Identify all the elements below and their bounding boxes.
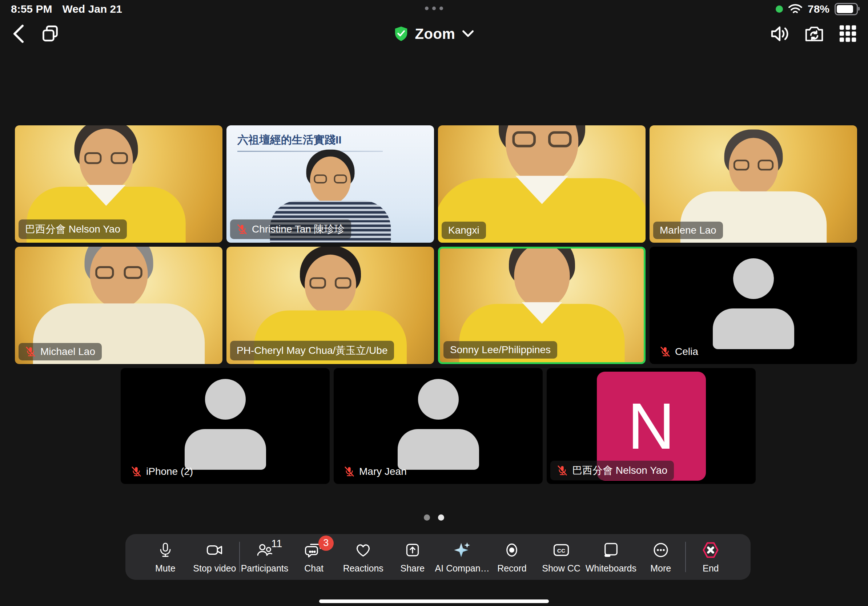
app-title: Zoom [415,26,456,42]
video-tile-christine-tan[interactable]: 六祖壇經的生活實踐II Christine Tan 陳珍珍 [226,125,434,243]
avatar-placeholder-icon [184,379,267,470]
video-tile-marlene-lao[interactable]: Marlene Lao [649,125,857,243]
participant-name-label: Marlene Lao [653,222,723,239]
apps-grid-button[interactable] [839,25,857,43]
chat-button[interactable]: 3 Chat [289,541,339,574]
closed-captions-icon: CC [552,541,571,560]
chevron-left-icon [11,24,27,44]
participant-initial: N [628,393,675,459]
end-call-label: End [703,563,719,574]
participant-name-label: PH-Cheryl May Chua/黃玉立/Ube [230,341,394,360]
audio-output-button[interactable] [770,25,790,43]
app-switch-button[interactable] [41,24,60,43]
participant-name: Mary Jean [359,466,407,478]
participants-button[interactable]: 11 Participants [240,541,289,574]
microphone-icon [157,541,174,560]
heart-icon [354,541,373,560]
more-button[interactable]: More [636,541,685,574]
clock-time: 8:55 PM [11,3,52,15]
participant-name: Celia [675,346,698,357]
avatar-placeholder-icon [712,258,795,349]
video-tile-kangxi[interactable]: Kangxi [438,125,646,243]
participant-name: iPhone (2) [146,466,193,478]
share-button[interactable]: Share [388,541,437,574]
end-call-icon [701,541,720,560]
participant-name-label: iPhone (2) [124,463,200,480]
page-dot-2-active[interactable] [438,515,444,521]
muted-mic-icon [344,466,355,477]
share-label: Share [400,563,425,574]
presentation-slide-title: 六祖壇經的生活實踐II [237,133,342,147]
participant-name: Marlene Lao [660,224,716,236]
video-tile-iphone-2[interactable]: iPhone (2) [121,368,330,484]
muted-mic-icon [131,466,142,477]
participant-name: Kangxi [448,224,479,236]
home-indicator[interactable] [319,600,549,603]
video-tile-celia[interactable]: Celia [649,247,857,364]
video-tile-mary-jean[interactable]: Mary Jean [334,368,542,484]
ai-companion-button[interactable]: AI Compan… [437,541,487,574]
app-switcher-indicator-icon [425,6,443,10]
video-tile-sonny-lee-active-speaker[interactable]: Sonny Lee/Philippines [438,247,646,364]
reactions-label: Reactions [343,563,383,574]
gallery-pagination [0,515,868,521]
whiteboards-button[interactable]: Whiteboards [586,541,636,574]
grid-icon [839,25,857,43]
video-tile-nelson-yao[interactable]: 巴西分會 Nelson Yao [15,125,222,243]
participant-name-label: Kangxi [442,222,486,239]
video-grid-row-1: 巴西分會 Nelson Yao 六祖壇經的生活實踐II Christine Ta… [15,125,857,243]
privacy-indicator-icon [776,5,783,13]
battery-percent: 78% [808,3,829,15]
record-icon [503,541,521,560]
meeting-info-button[interactable]: Zoom [394,25,474,42]
chevron-down-icon [462,30,474,38]
zoom-call-screen: 8:55 PM Wed Jan 21 78% [0,0,868,606]
battery-icon [835,3,858,15]
record-button[interactable]: Record [487,541,537,574]
video-tile-nelson-yao-phone[interactable]: N 巴西分會 Nelson Yao [547,368,756,484]
status-bar: 8:55 PM Wed Jan 21 78% [0,0,868,17]
speaker-icon [770,25,790,43]
nav-bar: Zoom [0,17,868,50]
participant-name-label: Christine Tan 陳珍珍 [230,220,351,239]
reactions-button[interactable]: Reactions [338,541,388,574]
avatar-placeholder-icon [397,379,480,470]
participant-name: Michael Lao [40,346,95,357]
chat-unread-badge: 3 [318,535,334,551]
muted-mic-icon [237,224,248,235]
stop-video-label: Stop video [193,563,236,574]
video-camera-icon [205,541,224,560]
participant-name-label: Michael Lao [19,343,102,360]
participant-name-label: Celia [653,343,705,360]
overlapping-squares-icon [41,24,60,43]
camera-flip-icon [804,25,825,43]
muted-mic-icon [660,346,671,357]
stop-video-button[interactable]: Stop video [190,541,240,574]
participant-name-label: Sonny Lee/Philippines [443,341,557,359]
switch-camera-button[interactable] [804,25,825,43]
participants-count: 11 [271,538,282,550]
svg-text:CC: CC [557,547,565,553]
mute-label: Mute [155,563,175,574]
participants-label: Participants [241,563,288,574]
muted-mic-icon [25,346,36,357]
participant-name-label: Mary Jean [337,463,413,480]
participant-name: 巴西分會 Nelson Yao [572,464,667,478]
page-dot-1[interactable] [424,515,430,521]
show-cc-button[interactable]: CC Show CC [536,541,586,574]
share-icon [403,541,422,560]
chat-label: Chat [304,563,324,574]
mute-button[interactable]: Mute [141,541,190,574]
record-label: Record [497,563,527,574]
whiteboard-icon [601,541,620,560]
ai-companion-label: AI Compan… [435,563,490,574]
ai-sparkle-icon [453,541,472,560]
muted-mic-icon [557,465,568,476]
video-tile-cheryl-may-chua[interactable]: PH-Cheryl May Chua/黃玉立/Ube [226,247,434,364]
back-button[interactable] [11,24,27,44]
clock-date: Wed Jan 21 [62,3,122,15]
security-shield-icon [394,25,409,42]
end-call-button[interactable]: End [686,541,735,574]
participant-name: 巴西分會 Nelson Yao [25,223,120,236]
video-tile-michael-lao[interactable]: Michael Lao [15,247,222,364]
